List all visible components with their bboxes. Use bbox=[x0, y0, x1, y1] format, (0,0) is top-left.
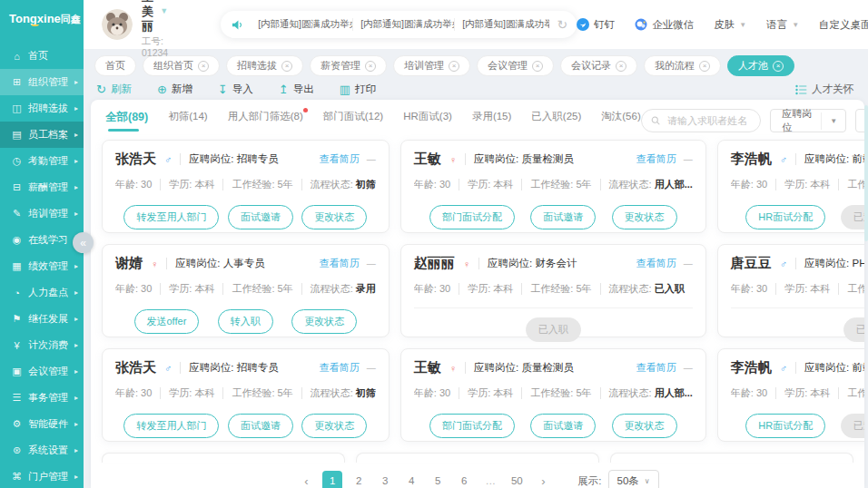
view-resume-link[interactable]: 查看简历 bbox=[320, 361, 360, 375]
filter-tab[interactable]: 初筛(14) bbox=[168, 110, 207, 130]
close-icon[interactable]: × bbox=[699, 61, 710, 72]
next-page-button[interactable]: › bbox=[533, 471, 553, 488]
close-icon[interactable]: × bbox=[449, 61, 459, 72]
add-button[interactable]: ⊕新增 bbox=[157, 83, 192, 96]
tab-item[interactable]: 首页 bbox=[94, 55, 136, 76]
close-icon[interactable]: × bbox=[773, 61, 784, 72]
card-action-button[interactable]: 更改状态 bbox=[301, 205, 367, 229]
view-resume-link[interactable]: 查看简历 bbox=[636, 152, 676, 166]
card-action-button[interactable]: 转发至用人部门 bbox=[123, 205, 219, 229]
close-icon[interactable]: × bbox=[198, 61, 209, 72]
view-resume-link[interactable]: 查看简历 bbox=[636, 257, 676, 270]
sidebar-item-recruitment[interactable]: ◫招聘选拔▸ bbox=[0, 95, 84, 122]
close-icon[interactable]: × bbox=[616, 61, 626, 72]
filter-tab[interactable]: 录用(15) bbox=[472, 110, 511, 130]
quick-link-language[interactable]: 语言 ▼ bbox=[766, 18, 799, 32]
announcement-refresh-icon[interactable]: ↻ bbox=[557, 17, 567, 32]
sidebar-item-training[interactable]: ✎培训管理▸ bbox=[0, 200, 84, 227]
close-icon[interactable]: × bbox=[532, 61, 543, 72]
page-button[interactable]: 1 bbox=[322, 471, 342, 488]
close-icon[interactable]: × bbox=[281, 61, 292, 72]
card-action-button[interactable]: HR面试分配 bbox=[745, 205, 825, 229]
filter-tab[interactable]: 已入职(25) bbox=[531, 110, 581, 130]
collapse-card-icon[interactable]: — bbox=[367, 259, 376, 268]
search-input[interactable] bbox=[666, 114, 751, 127]
sidebar-item-payroll[interactable]: ⊟薪酬管理▸ bbox=[0, 174, 84, 200]
filter-tab[interactable]: HR面试(3) bbox=[403, 110, 452, 130]
tab-item[interactable]: 会议管理× bbox=[477, 55, 554, 76]
quick-link-custom-desktop[interactable]: 自定义桌面 ▼ bbox=[819, 18, 868, 32]
page-button[interactable]: 3 bbox=[375, 471, 395, 488]
collapse-card-icon[interactable]: — bbox=[367, 363, 376, 373]
view-resume-link[interactable]: 查看简历 bbox=[636, 361, 676, 375]
sidebar-item-online-learning[interactable]: ◉在线学习▸ bbox=[0, 227, 84, 253]
tab-item[interactable]: 招聘选拔× bbox=[226, 55, 303, 76]
user-avatar[interactable] bbox=[102, 9, 133, 40]
collapse-card-icon[interactable]: — bbox=[367, 154, 376, 164]
tab-item[interactable]: 我的流程× bbox=[644, 55, 721, 76]
refresh-button[interactable]: ↻刷新 bbox=[96, 83, 132, 96]
page-button[interactable]: 6 bbox=[454, 471, 474, 488]
date-range-picker[interactable]: 2021-06-01至2021-06-21 bbox=[855, 109, 864, 132]
talent-care-link[interactable]: 人才关怀 bbox=[795, 83, 853, 96]
close-icon[interactable]: × bbox=[365, 61, 376, 72]
filter-tab[interactable]: 用人部门筛选(8) bbox=[228, 110, 303, 130]
page-button[interactable]: 4 bbox=[401, 471, 421, 488]
candidate-search[interactable] bbox=[641, 109, 762, 132]
page-button[interactable]: 2 bbox=[349, 471, 369, 488]
sidebar-item-portal[interactable]: ⌘门户管理▸ bbox=[0, 464, 84, 488]
card-action-button[interactable]: 部门面试分配 bbox=[429, 414, 515, 438]
filter-tab[interactable]: 部门面试(12) bbox=[323, 110, 383, 130]
sidebar-item-employee-files[interactable]: ▤员工档案▸ bbox=[0, 122, 84, 148]
announcement-item[interactable]: [内部通知]圆满成功举办盲人协会员... bbox=[352, 18, 454, 31]
export-button[interactable]: ↥导出 bbox=[279, 83, 314, 96]
page-button[interactable]: 5 bbox=[428, 471, 448, 488]
view-resume-link[interactable]: 查看简历 bbox=[320, 257, 360, 270]
tab-item[interactable]: 薪资管理× bbox=[310, 55, 387, 76]
collapse-card-icon[interactable]: — bbox=[684, 363, 693, 373]
sidebar-item-metered-consume[interactable]: ¥计次消费▸ bbox=[0, 332, 84, 358]
card-action-button[interactable]: 面试邀请 bbox=[530, 414, 596, 438]
card-action-button[interactable]: 更改状态 bbox=[291, 309, 357, 334]
sidebar-item-smart-hardware[interactable]: ⚙智能硬件▸ bbox=[0, 411, 84, 437]
sidebar-item-org-management[interactable]: ⊞组织管理▸ bbox=[0, 69, 84, 95]
sidebar-collapse-button[interactable]: « bbox=[73, 232, 94, 253]
sidebar-item-hr-inventory[interactable]: ◔人力盘点▸ bbox=[0, 279, 84, 306]
card-action-button[interactable]: 更改状态 bbox=[301, 414, 367, 438]
prev-page-button[interactable]: ‹ bbox=[296, 471, 316, 488]
filter-tab[interactable]: 淘汰(56) bbox=[601, 110, 640, 130]
announcement-item[interactable]: [内部通知]圆满成功举办盲人协会员... bbox=[251, 18, 352, 31]
sidebar-item-affairs[interactable]: ☰事务管理▸ bbox=[0, 385, 84, 411]
card-action-button[interactable]: 更改状态 bbox=[612, 414, 677, 438]
card-action-button[interactable]: 面试邀请 bbox=[530, 205, 596, 229]
scrollbar-thumb[interactable] bbox=[864, 105, 868, 241]
card-action-button[interactable]: 面试邀请 bbox=[228, 205, 293, 229]
card-action-button[interactable]: 转入职 bbox=[218, 309, 273, 334]
card-action-button[interactable]: 转发至用人部门 bbox=[123, 414, 219, 438]
quick-link-wecom[interactable]: 企业微信 bbox=[635, 18, 694, 32]
page-button[interactable]: 50 bbox=[507, 471, 527, 488]
page-size-select[interactable]: 50条 ∨ bbox=[608, 470, 659, 488]
card-action-button[interactable]: 面试邀请 bbox=[228, 414, 293, 438]
position-filter-dropdown[interactable]: 应聘岗位 ▼ bbox=[770, 109, 846, 132]
quick-link-skin[interactable]: 皮肤 ▼ bbox=[714, 18, 746, 32]
collapse-card-icon[interactable]: — bbox=[684, 259, 693, 268]
card-action-button[interactable]: 更改状态 bbox=[612, 205, 677, 229]
sidebar-item-attendance[interactable]: ◷考勤管理▸ bbox=[0, 148, 84, 174]
tab-item[interactable]: 会议记录× bbox=[560, 55, 637, 76]
tab-item[interactable]: 培训管理× bbox=[393, 55, 470, 76]
user-caret-icon[interactable]: ▼ bbox=[160, 6, 168, 16]
sidebar-item-succession[interactable]: ⚑继任发展▸ bbox=[0, 306, 84, 332]
quick-link-dingtalk[interactable]: 钉钉 bbox=[577, 18, 615, 32]
sidebar-item-meeting[interactable]: ▣会议管理▸ bbox=[0, 358, 84, 385]
announcement-item[interactable]: [内部通知]圆满成功举办盲人协会员... bbox=[454, 18, 549, 31]
sidebar-item-performance[interactable]: ▦绩效管理▸ bbox=[0, 253, 84, 279]
card-action-button[interactable]: 部门面试分配 bbox=[429, 205, 515, 229]
print-button[interactable]: ▥打印 bbox=[340, 83, 376, 96]
card-action-button[interactable]: 发送offer bbox=[134, 309, 200, 334]
sidebar-item-home[interactable]: ⌂首页 bbox=[0, 43, 84, 69]
collapse-card-icon[interactable]: — bbox=[684, 154, 693, 164]
card-action-button[interactable]: HR面试分配 bbox=[745, 414, 825, 438]
sidebar-item-system-settings[interactable]: ⊛系统设置▸ bbox=[0, 437, 84, 464]
import-button[interactable]: ↧导入 bbox=[218, 83, 253, 96]
